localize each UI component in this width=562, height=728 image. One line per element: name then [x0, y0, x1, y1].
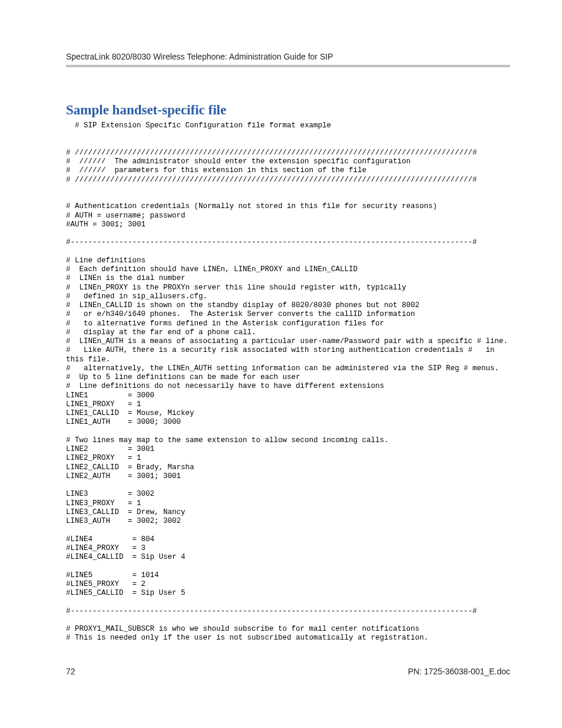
page-header-text: SpectraLink 8020/8030 Wireless Telephone…	[66, 52, 510, 61]
doc-id: PN: 1725-36038-001_E.doc	[408, 667, 510, 676]
document-page: SpectraLink 8020/8030 Wireless Telephone…	[0, 0, 562, 700]
page-number: 72	[66, 667, 75, 676]
page-footer: 72 PN: 1725-36038-001_E.doc	[66, 667, 510, 676]
section-title: Sample handset-specific file	[66, 103, 510, 118]
config-file-sample: # SIP Extension Specific Configuration f…	[66, 121, 510, 643]
header-rule	[66, 65, 510, 67]
